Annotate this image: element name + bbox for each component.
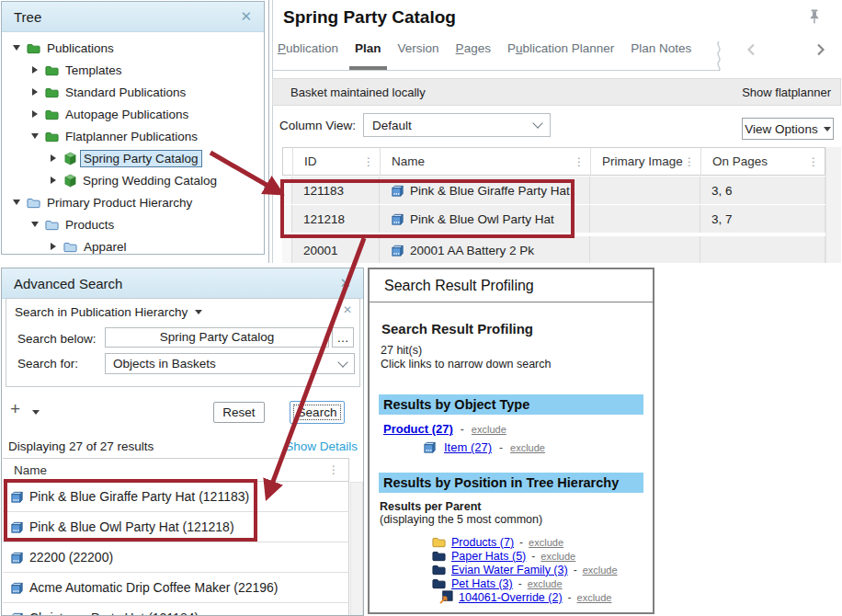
column-menu-icon[interactable]: ⋮ [363, 157, 374, 166]
tree-item-label[interactable]: Templates [63, 63, 125, 78]
column-header-name[interactable]: Name⋮ [380, 147, 590, 176]
parent-link[interactable]: Paper Hats (5) [451, 550, 526, 563]
results-column-header: Name [14, 463, 328, 477]
result-label: Pink & Blue Owl Party Hat (121218) [29, 519, 234, 534]
result-row[interactable]: 22200 (22200) [3, 542, 348, 573]
close-icon[interactable]: ✕ [339, 275, 363, 291]
tree-item-label[interactable]: Products [63, 217, 117, 233]
column-header-label: Name [392, 154, 574, 168]
reset-button[interactable]: Reset [213, 402, 265, 423]
tree-item-primary-product-hierarchy[interactable]: Primary Product Hierarchy [2, 191, 264, 213]
tab-plan-notes[interactable]: Plan Notes [631, 41, 691, 70]
tree-item-templates[interactable]: Templates [2, 59, 264, 81]
column-header-id[interactable]: ID⋮ [292, 147, 380, 176]
expand-caret-icon[interactable] [51, 177, 56, 184]
collapse-caret-icon[interactable] [13, 200, 20, 205]
expand-caret-icon[interactable] [32, 110, 38, 118]
navy-folder-icon [432, 564, 446, 576]
tab-publication-planner[interactable]: Publication Planner [507, 41, 614, 70]
tree-item-publications[interactable]: Publications [2, 37, 264, 59]
tree-item-apparel[interactable]: Apparel [2, 235, 264, 255]
table-row-partial[interactable]: 20001 20001 AA Battery 2 Pk [282, 236, 825, 263]
search-for-select[interactable]: Objects in Baskets [105, 353, 355, 374]
advanced-search-panel: Advanced Search ✕ Search in Publication … [1, 268, 364, 616]
product-link[interactable]: Product (27) [383, 422, 453, 436]
tab-pages[interactable]: Pages [456, 41, 491, 70]
tree-item-label[interactable]: Publications [44, 40, 117, 56]
results-table: Name ⋮ Pink & Blue Giraffe Party Hat (12… [3, 458, 349, 616]
prev-tabs-chevron-icon[interactable] [745, 42, 759, 57]
exclude-link[interactable]: exclude [583, 565, 618, 576]
column-header-on-pages[interactable]: On Pages⋮ [700, 147, 825, 176]
table-row[interactable]: 121218 Pink & Blue Owl Party Hat 3, 7 [282, 205, 825, 233]
tree-item-label[interactable]: Spring Wedding Catalog [80, 173, 220, 188]
parent-link[interactable]: 104061-Override (2) [459, 591, 563, 604]
tab-publication[interactable]: Publication [278, 41, 338, 70]
search-scope-dropdown[interactable]: Search in Publication Hierarchy [15, 305, 202, 319]
result-row[interactable]: Acme Automatic Drip Coffee Maker (22196) [3, 573, 348, 603]
view-options-button[interactable]: View Options [742, 118, 834, 140]
show-details-link[interactable]: Show Details [285, 439, 358, 453]
collapse-caret-icon[interactable] [13, 45, 20, 51]
exclude-link[interactable]: exclude [529, 537, 563, 548]
parent-link[interactable]: Pet Hats (3) [451, 577, 513, 590]
parent-link[interactable]: Evian Water Family (3) [451, 564, 568, 576]
tab-plan[interactable]: Plan [355, 41, 381, 70]
table-row[interactable]: 121183 Pink & Blue Giraffe Party Hat 3, … [282, 177, 825, 204]
result-row[interactable]: Pink & Blue Giraffe Party Hat (121183) [3, 482, 348, 512]
exclude-link[interactable]: exclude [577, 592, 612, 603]
exclude-link[interactable]: exclude [510, 442, 545, 453]
exclude-link[interactable]: exclude [472, 424, 506, 435]
add-criteria-button[interactable]: + [10, 399, 20, 419]
tree-item-standard-publications[interactable]: Standard Publications [2, 81, 264, 103]
search-below-input[interactable]: Spring Party Catalog [105, 327, 329, 348]
column-menu-icon[interactable]: ⋮ [574, 157, 585, 166]
item-link[interactable]: Item (27) [444, 440, 492, 454]
result-row-partial[interactable]: Christmas Party Hat (121184) [3, 603, 348, 616]
result-row[interactable]: Pink & Blue Owl Party Hat (121218) [3, 512, 348, 542]
pin-icon[interactable] [807, 9, 822, 24]
item-icon [391, 184, 404, 198]
tree-item-spring-wedding-catalog[interactable]: Spring Wedding Catalog [2, 169, 264, 191]
tab-version[interactable]: Version [398, 41, 439, 70]
tree-item-label[interactable]: Apparel [81, 239, 130, 255]
parent-link[interactable]: Products (7) [451, 536, 514, 549]
tree-item-products[interactable]: Products [2, 213, 264, 235]
item-icon [10, 490, 24, 504]
exclude-link[interactable]: exclude [540, 551, 575, 562]
vertical-scrollbar[interactable] [825, 147, 841, 263]
column-view-dropdown[interactable]: Default [363, 113, 551, 137]
expand-caret-icon[interactable] [51, 154, 56, 162]
search-below-label: Search below: [17, 332, 97, 346]
show-flatplanner-button[interactable]: Show flatplanner [742, 86, 840, 99]
tree-item-flatplanner-publications[interactable]: Flatplanner Publications [2, 125, 264, 147]
tree-item-spring-party-catalog[interactable]: Spring Party Catalog [2, 147, 264, 169]
profiling-titlebar: Search Result Profiling [370, 269, 653, 302]
add-criteria-caret-icon[interactable] [32, 410, 40, 415]
browse-button[interactable]: … [332, 327, 354, 348]
close-icon[interactable]: ✕ [240, 8, 264, 25]
column-header-primary-image[interactable]: Primary Image⋮ [590, 147, 700, 176]
column-menu-icon[interactable]: ⋮ [808, 157, 819, 166]
tree-item-label[interactable]: Flatplanner Publications [63, 129, 200, 144]
exclude-link[interactable]: exclude [528, 578, 563, 589]
next-tabs-chevron-icon[interactable] [813, 42, 827, 57]
expand-caret-icon[interactable] [32, 88, 38, 96]
tree-item-label[interactable]: Autopage Publications [63, 107, 191, 122]
tab-label: Plan [355, 41, 381, 55]
cell-name: 20001 AA Battery 2 Pk [380, 236, 590, 263]
tree-item-label[interactable]: Primary Product Hierarchy [44, 195, 195, 211]
search-button[interactable]: Search [290, 401, 345, 424]
vertical-scrollbar[interactable] [350, 482, 363, 616]
tree-item-label-selected[interactable]: Spring Party Catalog [80, 150, 202, 167]
column-menu-icon[interactable]: ⋮ [684, 157, 695, 166]
collapse-caret-icon[interactable] [31, 133, 39, 139]
expand-caret-icon[interactable] [51, 243, 56, 250]
expand-caret-icon[interactable] [32, 66, 38, 74]
remove-criteria-icon[interactable]: ✕ [343, 303, 352, 316]
column-menu-icon[interactable]: ⋮ [328, 465, 339, 474]
tree-item-autopage-publications[interactable]: Autopage Publications [2, 103, 264, 125]
results-summary: Displaying 27 of 27 results [8, 439, 154, 453]
collapse-caret-icon[interactable] [31, 222, 39, 227]
tree-item-label[interactable]: Standard Publications [63, 85, 188, 100]
